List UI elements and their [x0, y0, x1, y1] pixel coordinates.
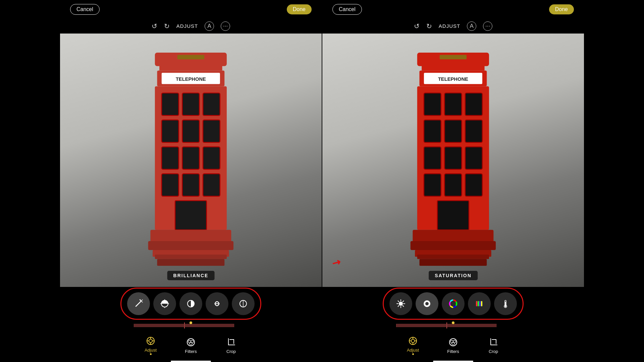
svg-rect-13 [162, 147, 179, 169]
left-auto-icon[interactable]: A [205, 21, 214, 31]
left-brightness-icon [212, 299, 222, 308]
right-slider[interactable] [396, 322, 510, 329]
left-active-dot [150, 353, 152, 355]
svg-line-28 [141, 301, 143, 302]
right-active-dot [412, 353, 414, 355]
right-filters-icon [448, 338, 458, 347]
svg-rect-8 [182, 93, 200, 115]
svg-line-26 [140, 300, 141, 301]
left-nav-crop[interactable]: Crop [211, 332, 251, 359]
svg-rect-61 [445, 120, 462, 142]
left-contrast-btn[interactable] [232, 292, 255, 315]
left-adjust-icons-row [60, 287, 322, 320]
right-thermometer-btn[interactable] [494, 292, 517, 315]
left-contrast-icon [238, 299, 248, 308]
right-nav-adjust-label: Adjust [407, 348, 419, 353]
svg-rect-9 [203, 93, 220, 115]
svg-rect-1 [159, 64, 222, 70]
left-filters-icon [186, 338, 196, 347]
right-auto-icon[interactable]: A [467, 21, 476, 31]
left-nav-adjust-label: Adjust [145, 348, 157, 353]
right-more-icon[interactable]: ··· [483, 21, 492, 31]
left-adjust-icon [146, 336, 155, 346]
svg-rect-90 [481, 301, 482, 306]
svg-rect-52 [440, 55, 467, 59]
right-toolbar: ↺ ↻ ADJUST A ··· [322, 18, 584, 34]
left-redo-icon[interactable]: ↻ [164, 22, 170, 30]
right-sun-icon [396, 299, 406, 308]
left-home-indicator [171, 361, 211, 362]
left-image-label: BRILLIANCE [167, 271, 215, 280]
svg-rect-18 [203, 174, 220, 196]
right-colorwheel-btn[interactable] [442, 292, 465, 315]
svg-rect-73 [417, 254, 489, 259]
svg-rect-74 [420, 259, 487, 266]
left-slider[interactable] [134, 322, 248, 329]
left-nav-filters[interactable]: Filters [171, 332, 211, 359]
svg-rect-62 [465, 120, 482, 142]
svg-point-85 [425, 302, 429, 305]
svg-point-49 [190, 342, 192, 345]
right-redo-icon[interactable]: ↻ [426, 22, 432, 30]
right-toolbar-label: ADJUST [439, 23, 460, 29]
right-adjust-icons-row [322, 287, 584, 320]
svg-point-104 [452, 342, 454, 345]
svg-rect-2 [177, 55, 204, 59]
svg-rect-93 [505, 302, 506, 306]
left-wand-icon [134, 299, 143, 308]
right-undo-icon[interactable]: ↺ [414, 22, 420, 30]
right-circledot-btn[interactable] [416, 292, 438, 315]
left-brightness-btn[interactable] [206, 292, 228, 315]
svg-point-75 [399, 302, 403, 306]
right-top-bar: Cancel Done [322, 0, 584, 18]
left-done-button[interactable]: Done [287, 4, 312, 14]
left-slider-row [60, 320, 322, 330]
svg-rect-37 [215, 303, 219, 304]
right-nav-crop-label: Crop [489, 349, 498, 354]
left-halfcircle-btn[interactable] [179, 292, 202, 315]
left-nav-crop-label: Crop [226, 349, 236, 354]
svg-rect-65 [465, 147, 482, 169]
svg-rect-59 [465, 93, 482, 115]
svg-rect-87 [476, 301, 477, 306]
right-slider-row [322, 320, 584, 330]
right-colorbars-btn[interactable] [468, 292, 491, 315]
left-toolbar-label: ADJUST [176, 23, 198, 29]
right-done-button[interactable]: Done [549, 4, 574, 14]
svg-rect-10 [162, 120, 179, 142]
right-nav-crop[interactable]: Crop [473, 332, 514, 359]
left-exposure-btn[interactable] [153, 292, 176, 315]
right-nav-filters[interactable]: Filters [433, 332, 473, 359]
svg-rect-19 [175, 200, 207, 230]
svg-rect-11 [182, 120, 200, 142]
svg-point-96 [411, 339, 415, 343]
left-panel: Cancel Done ↺ ↻ ADJUST A ··· [60, 0, 322, 362]
svg-rect-58 [445, 93, 462, 115]
svg-rect-57 [424, 93, 441, 115]
left-more-icon[interactable]: ··· [221, 21, 230, 31]
svg-line-81 [403, 306, 404, 307]
right-nav-adjust[interactable]: Adjust [393, 332, 433, 359]
svg-text:TELEPHONE: TELEPHONE [438, 76, 468, 82]
right-cancel-button[interactable]: Cancel [332, 4, 362, 15]
svg-rect-63 [424, 147, 441, 169]
left-wand-btn[interactable] [127, 292, 150, 315]
right-slider-dot [452, 321, 454, 324]
right-sun-btn[interactable] [389, 292, 412, 315]
right-booth-svg: TELEPHONE [408, 53, 498, 268]
svg-rect-67 [445, 174, 462, 196]
svg-rect-88 [478, 301, 479, 306]
left-image-area: TELEPHONE [60, 34, 322, 287]
right-panel: Cancel Done ↺ ↻ ADJUST A ··· TELEPHONE [322, 0, 584, 362]
left-undo-icon[interactable]: ↺ [152, 22, 157, 30]
left-cancel-button[interactable]: Cancel [70, 4, 100, 15]
right-image-area: TELEPHONE [322, 34, 584, 287]
left-top-bar: Cancel Done [60, 0, 322, 18]
right-icons-wrapper [389, 292, 517, 315]
svg-rect-24 [157, 259, 225, 266]
svg-rect-89 [479, 301, 481, 306]
svg-rect-23 [155, 254, 227, 259]
left-booth: TELEPHONE [60, 34, 322, 287]
svg-point-94 [505, 306, 506, 307]
left-nav-adjust[interactable]: Adjust [130, 332, 171, 359]
